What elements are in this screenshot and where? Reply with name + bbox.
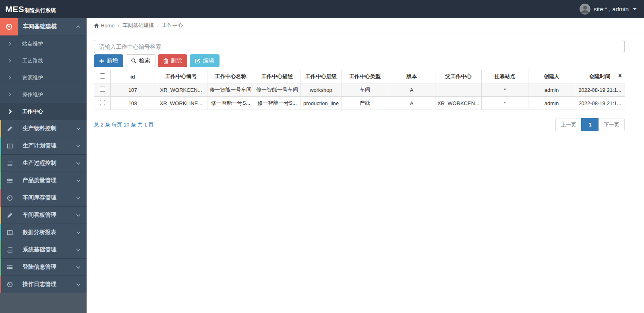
sidebar-item-label: 工艺路线	[22, 57, 43, 64]
sidebar-item-label: 操作日志管理	[23, 281, 76, 288]
sidebar-item-login-info-management[interactable]: 登陆信息管理	[0, 259, 87, 276]
sidebar-item-workshop-base-modeling[interactable]: 车间基础建模	[0, 18, 87, 35]
cell-parent	[435, 83, 482, 97]
sidebar-item-label: 车间库存管理	[23, 194, 76, 201]
prev-page-button[interactable]: 上一页	[555, 118, 582, 131]
accent-strip	[0, 259, 1, 276]
sidebar-item-operation-maintenance[interactable]: 操作维护	[0, 86, 87, 103]
avatar	[580, 4, 590, 15]
sidebar-item-quality-management[interactable]: 产品质量管理	[0, 172, 87, 189]
pagination: 上一页 1 下一页	[555, 118, 625, 131]
tachometer-icon	[6, 195, 13, 201]
search-button-label: 检索	[139, 57, 150, 64]
table-header-row: id 工作中心编号 工作中心名称 工作中心描述 工作中心层级 工作中心类型 版本…	[94, 70, 625, 83]
col-name: 工作中心名称	[207, 70, 254, 83]
pencil-icon	[6, 126, 13, 132]
sidebar-item-label: 生产物料控制	[23, 125, 76, 132]
page-1-button[interactable]: 1	[581, 118, 599, 131]
edit-icon	[195, 58, 201, 64]
user-menu[interactable]: site:* , admin	[580, 4, 644, 15]
cell-code: XR_WORKCEN...	[155, 83, 207, 97]
sidebar-item-plan-management[interactable]: 生产计划管理	[0, 137, 87, 155]
accent-strip	[0, 120, 1, 137]
cell-level: workshop	[300, 83, 342, 97]
sidebar-item-board-management[interactable]: 车间看板管理	[0, 207, 87, 224]
chevron-down-icon	[76, 179, 81, 182]
sidebar-item-data-analysis-report[interactable]: 数据分析报表	[0, 224, 87, 241]
accent-strip	[0, 155, 1, 172]
cell-created-time: 2022-08-19 21:1...	[575, 97, 625, 110]
sidebar-item-station-maintenance[interactable]: 站点维护	[0, 35, 87, 52]
accent-strip	[0, 207, 1, 224]
app-logo-bold: MES	[5, 4, 24, 14]
chevron-down-icon	[76, 283, 81, 286]
sidebar-item-material-control[interactable]: 生产物料控制	[0, 120, 87, 137]
accent-strip	[0, 189, 1, 207]
add-button[interactable]: 新增	[94, 54, 123, 67]
row-checkbox[interactable]	[100, 100, 105, 105]
sidebar-item-work-center[interactable]: 工作中心	[0, 103, 87, 120]
sidebar-item-label: 生产过程控制	[23, 160, 76, 167]
pencil-icon	[6, 212, 13, 218]
cell-description: 修一智能一号S...	[254, 97, 300, 110]
tachometer-icon	[6, 282, 13, 288]
angle-right-icon	[8, 58, 12, 63]
edit-button-label: 编辑	[203, 57, 214, 64]
breadcrumb-separator: /	[157, 23, 159, 29]
cell-creator: admin	[528, 83, 575, 97]
pin-icon[interactable]	[618, 74, 622, 79]
sidebar-item-operation-log-management[interactable]: 操作日志管理	[0, 276, 87, 293]
sidebar-item-label: 系统基础管理	[23, 246, 76, 253]
sidebar-item-resource-maintenance[interactable]: 资源维护	[0, 69, 87, 86]
sidebar-item-system-base-management[interactable]: 系统基础管理	[0, 241, 87, 259]
col-version: 版本	[388, 70, 435, 83]
edit-button[interactable]: 编辑	[190, 54, 219, 67]
list-icon	[6, 178, 13, 184]
sidebar-item-inventory-management[interactable]: 车间库存管理	[0, 189, 87, 207]
accent-strip	[0, 172, 1, 189]
cell-description: 修一智能一号车间	[254, 83, 300, 97]
record-summary: 总 2 条 每页 10 条 共 1 页	[94, 121, 154, 129]
delete-button-label: 删除	[171, 57, 182, 64]
sidebar-item-label: 车间基础建模	[23, 23, 76, 30]
sidebar-item-label: 操作维护	[22, 91, 43, 98]
cell-station: *	[482, 97, 528, 110]
toolbar: 新增 检索 删除 编辑	[94, 54, 625, 67]
add-button-label: 新增	[107, 57, 118, 64]
caret-down-icon	[633, 8, 637, 10]
col-created-time: 创建时间	[575, 70, 625, 83]
breadcrumb-parent[interactable]: 车间基础建模	[122, 22, 154, 29]
chevron-down-icon	[76, 162, 81, 165]
breadcrumb-home[interactable]: Home	[101, 23, 115, 29]
sidebar-item-process-route[interactable]: 工艺路线	[0, 52, 87, 69]
search-button[interactable]: 检索	[126, 54, 155, 67]
sidebar-item-label: 数据分析报表	[23, 229, 76, 236]
app-logo[interactable]: MES 制造执行系统	[0, 4, 87, 14]
cell-type: 车间	[342, 83, 388, 97]
next-page-button[interactable]: 下一页	[598, 118, 625, 131]
sidebar-item-label: 车间看板管理	[23, 211, 76, 219]
sidebar-item-label: 产品质量管理	[23, 177, 76, 184]
home-icon	[94, 23, 99, 28]
accent-strip	[0, 137, 1, 155]
delete-button[interactable]: 删除	[158, 54, 187, 67]
chevron-down-icon	[76, 231, 81, 234]
col-creator: 创建人	[528, 70, 575, 83]
app-logo-text: 制造执行系统	[25, 7, 56, 14]
table-footer: 总 2 条 每页 10 条 共 1 页 上一页 1 下一页	[94, 118, 625, 131]
cell-creator: admin	[528, 97, 575, 110]
row-checkbox[interactable]	[100, 87, 105, 92]
col-parent: 父工作中心	[435, 70, 482, 83]
col-id: id	[111, 70, 155, 83]
columns-icon	[6, 230, 13, 236]
columns-icon	[6, 143, 13, 149]
select-all-checkbox[interactable]	[100, 73, 105, 79]
chevron-down-icon	[76, 214, 81, 217]
search-input[interactable]	[94, 40, 625, 53]
col-level: 工作中心层级	[300, 70, 342, 83]
sidebar-item-process-control[interactable]: 生产过程控制	[0, 155, 87, 172]
sidebar-item-label: 资源维护	[22, 74, 43, 81]
sidebar-item-label: 工作中心	[22, 108, 43, 115]
sidebar-item-label: 生产计划管理	[23, 142, 76, 149]
book-icon	[6, 160, 13, 166]
